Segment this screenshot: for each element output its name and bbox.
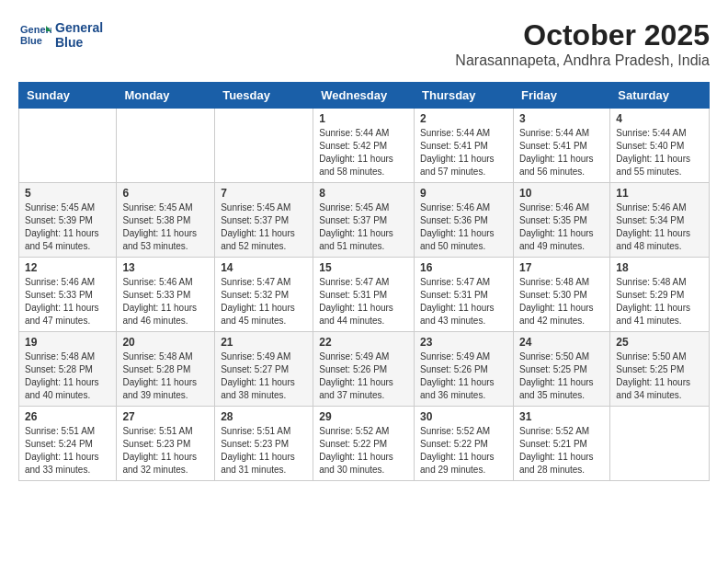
calendar-cell: 21Sunrise: 5:49 AM Sunset: 5:27 PM Dayli… <box>215 332 313 407</box>
day-number: 12 <box>25 261 110 274</box>
day-info: Sunrise: 5:46 AM Sunset: 5:36 PM Dayligh… <box>420 201 507 253</box>
day-info: Sunrise: 5:48 AM Sunset: 5:28 PM Dayligh… <box>122 350 209 402</box>
week-row-4: 19Sunrise: 5:48 AM Sunset: 5:28 PM Dayli… <box>19 332 710 407</box>
calendar-cell: 12Sunrise: 5:46 AM Sunset: 5:33 PM Dayli… <box>19 258 117 332</box>
week-row-5: 26Sunrise: 5:51 AM Sunset: 5:24 PM Dayli… <box>19 407 710 481</box>
day-info: Sunrise: 5:47 AM Sunset: 5:31 PM Dayligh… <box>420 276 507 327</box>
calendar-cell: 24Sunrise: 5:50 AM Sunset: 5:25 PM Dayli… <box>513 332 609 407</box>
calendar-cell: 18Sunrise: 5:48 AM Sunset: 5:29 PM Dayli… <box>610 258 710 332</box>
week-row-2: 5Sunrise: 5:45 AM Sunset: 5:39 PM Daylig… <box>19 183 710 258</box>
location-title: Narasannapeta, Andhra Pradesh, India <box>455 52 710 69</box>
day-info: Sunrise: 5:46 AM Sunset: 5:34 PM Dayligh… <box>616 201 703 253</box>
day-number: 20 <box>122 336 209 349</box>
calendar-cell: 31Sunrise: 5:52 AM Sunset: 5:21 PM Dayli… <box>513 407 609 481</box>
day-info: Sunrise: 5:50 AM Sunset: 5:25 PM Dayligh… <box>616 350 703 402</box>
day-number: 5 <box>25 187 110 200</box>
calendar-cell: 7Sunrise: 5:45 AM Sunset: 5:37 PM Daylig… <box>215 183 313 258</box>
day-info: Sunrise: 5:51 AM Sunset: 5:23 PM Dayligh… <box>221 425 307 477</box>
day-number: 25 <box>616 336 703 349</box>
day-number: 1 <box>319 112 408 125</box>
logo: General Blue General Blue <box>18 18 103 52</box>
calendar-cell: 4Sunrise: 5:44 AM Sunset: 5:40 PM Daylig… <box>610 109 710 183</box>
month-title: October 2025 <box>455 18 710 52</box>
day-number: 9 <box>420 187 507 200</box>
day-info: Sunrise: 5:46 AM Sunset: 5:33 PM Dayligh… <box>122 276 209 327</box>
day-number: 7 <box>221 187 307 200</box>
day-info: Sunrise: 5:47 AM Sunset: 5:32 PM Dayligh… <box>221 276 307 327</box>
day-number: 15 <box>319 261 408 274</box>
calendar-cell: 23Sunrise: 5:49 AM Sunset: 5:26 PM Dayli… <box>415 332 514 407</box>
day-number: 10 <box>519 187 604 200</box>
col-sunday: Sunday <box>19 83 117 109</box>
calendar-cell: 16Sunrise: 5:47 AM Sunset: 5:31 PM Dayli… <box>415 258 514 332</box>
day-info: Sunrise: 5:44 AM Sunset: 5:40 PM Dayligh… <box>616 127 703 178</box>
day-info: Sunrise: 5:49 AM Sunset: 5:26 PM Dayligh… <box>319 350 408 402</box>
week-row-1: 1Sunrise: 5:44 AM Sunset: 5:42 PM Daylig… <box>19 109 710 183</box>
calendar-cell: 14Sunrise: 5:47 AM Sunset: 5:32 PM Dayli… <box>215 258 313 332</box>
calendar-cell: 6Sunrise: 5:45 AM Sunset: 5:38 PM Daylig… <box>117 183 215 258</box>
calendar-cell: 22Sunrise: 5:49 AM Sunset: 5:26 PM Dayli… <box>313 332 415 407</box>
day-info: Sunrise: 5:52 AM Sunset: 5:22 PM Dayligh… <box>420 425 507 477</box>
day-info: Sunrise: 5:44 AM Sunset: 5:41 PM Dayligh… <box>420 127 507 178</box>
calendar-cell: 9Sunrise: 5:46 AM Sunset: 5:36 PM Daylig… <box>415 183 514 258</box>
day-number: 16 <box>420 261 507 274</box>
calendar-cell: 8Sunrise: 5:45 AM Sunset: 5:37 PM Daylig… <box>313 183 415 258</box>
calendar-cell: 25Sunrise: 5:50 AM Sunset: 5:25 PM Dayli… <box>610 332 710 407</box>
calendar-cell: 1Sunrise: 5:44 AM Sunset: 5:42 PM Daylig… <box>313 109 415 183</box>
calendar-cell: 17Sunrise: 5:48 AM Sunset: 5:30 PM Dayli… <box>513 258 609 332</box>
day-info: Sunrise: 5:45 AM Sunset: 5:39 PM Dayligh… <box>25 201 110 253</box>
day-number: 19 <box>25 336 110 349</box>
day-info: Sunrise: 5:44 AM Sunset: 5:42 PM Dayligh… <box>319 127 408 178</box>
day-number: 26 <box>25 410 110 423</box>
calendar-cell <box>117 109 215 183</box>
calendar-cell: 29Sunrise: 5:52 AM Sunset: 5:22 PM Dayli… <box>313 407 415 481</box>
day-number: 8 <box>319 187 408 200</box>
day-number: 17 <box>519 261 604 274</box>
day-number: 29 <box>319 410 408 423</box>
col-friday: Friday <box>513 83 609 109</box>
col-saturday: Saturday <box>610 83 710 109</box>
day-info: Sunrise: 5:51 AM Sunset: 5:24 PM Dayligh… <box>25 425 110 477</box>
day-number: 6 <box>122 187 209 200</box>
day-info: Sunrise: 5:47 AM Sunset: 5:31 PM Dayligh… <box>319 276 408 327</box>
col-wednesday: Wednesday <box>313 83 415 109</box>
day-info: Sunrise: 5:44 AM Sunset: 5:41 PM Dayligh… <box>519 127 604 178</box>
general-blue-logo-icon: General Blue <box>18 18 51 52</box>
day-info: Sunrise: 5:49 AM Sunset: 5:27 PM Dayligh… <box>221 350 307 402</box>
col-tuesday: Tuesday <box>215 83 313 109</box>
day-info: Sunrise: 5:45 AM Sunset: 5:37 PM Dayligh… <box>221 201 307 253</box>
calendar-cell: 26Sunrise: 5:51 AM Sunset: 5:24 PM Dayli… <box>19 407 117 481</box>
day-number: 31 <box>519 410 604 423</box>
day-info: Sunrise: 5:48 AM Sunset: 5:29 PM Dayligh… <box>616 276 703 327</box>
calendar-table: Sunday Monday Tuesday Wednesday Thursday… <box>18 82 710 481</box>
svg-text:Blue: Blue <box>20 35 42 46</box>
title-section: October 2025 Narasannapeta, Andhra Prade… <box>455 18 710 69</box>
day-number: 2 <box>420 112 507 125</box>
day-info: Sunrise: 5:49 AM Sunset: 5:26 PM Dayligh… <box>420 350 507 402</box>
calendar-cell: 28Sunrise: 5:51 AM Sunset: 5:23 PM Dayli… <box>215 407 313 481</box>
logo-text: General Blue <box>55 20 103 50</box>
calendar-cell <box>19 109 117 183</box>
day-number: 4 <box>616 112 703 125</box>
calendar-header-row: Sunday Monday Tuesday Wednesday Thursday… <box>19 83 710 109</box>
calendar-cell <box>215 109 313 183</box>
day-number: 23 <box>420 336 507 349</box>
calendar-cell: 13Sunrise: 5:46 AM Sunset: 5:33 PM Dayli… <box>117 258 215 332</box>
day-info: Sunrise: 5:48 AM Sunset: 5:28 PM Dayligh… <box>25 350 110 402</box>
day-info: Sunrise: 5:51 AM Sunset: 5:23 PM Dayligh… <box>122 425 209 477</box>
day-number: 18 <box>616 261 703 274</box>
day-number: 14 <box>221 261 307 274</box>
day-number: 22 <box>319 336 408 349</box>
calendar-cell: 11Sunrise: 5:46 AM Sunset: 5:34 PM Dayli… <box>610 183 710 258</box>
day-number: 11 <box>616 187 703 200</box>
calendar-cell: 5Sunrise: 5:45 AM Sunset: 5:39 PM Daylig… <box>19 183 117 258</box>
calendar-cell: 19Sunrise: 5:48 AM Sunset: 5:28 PM Dayli… <box>19 332 117 407</box>
day-number: 21 <box>221 336 307 349</box>
calendar-cell: 10Sunrise: 5:46 AM Sunset: 5:35 PM Dayli… <box>513 183 609 258</box>
day-number: 13 <box>122 261 209 274</box>
col-monday: Monday <box>117 83 215 109</box>
day-info: Sunrise: 5:48 AM Sunset: 5:30 PM Dayligh… <box>519 276 604 327</box>
calendar-cell: 3Sunrise: 5:44 AM Sunset: 5:41 PM Daylig… <box>513 109 609 183</box>
calendar-cell: 2Sunrise: 5:44 AM Sunset: 5:41 PM Daylig… <box>415 109 514 183</box>
col-thursday: Thursday <box>415 83 514 109</box>
